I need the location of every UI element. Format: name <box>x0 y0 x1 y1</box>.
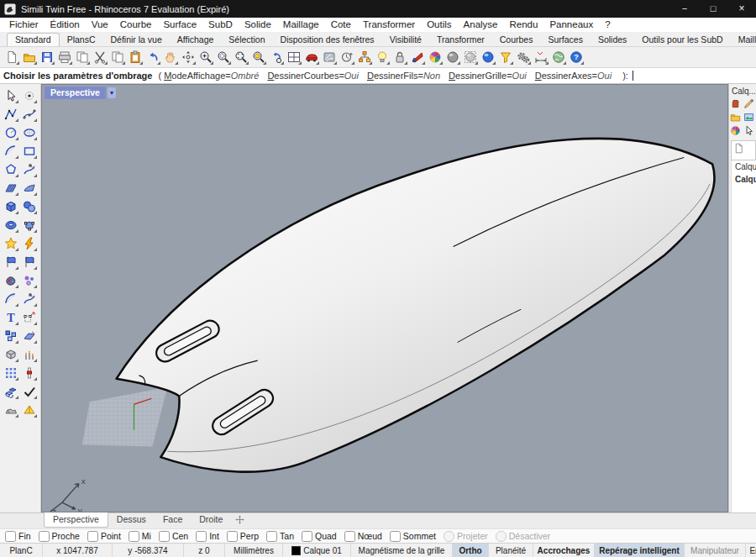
osnap-tan[interactable]: Tan <box>266 531 294 542</box>
car-icon[interactable] <box>303 49 320 66</box>
checkbox-tan[interactable] <box>266 531 277 542</box>
web-globe-icon[interactable] <box>550 49 567 66</box>
osnap-mi[interactable]: Mi <box>129 531 151 542</box>
osnap-int[interactable]: Int <box>196 531 219 542</box>
undo-view-change-icon[interactable] <box>268 49 285 66</box>
arc-icon[interactable] <box>3 143 19 160</box>
single-point-icon[interactable] <box>21 87 38 104</box>
polygon-icon[interactable] <box>3 161 19 178</box>
print-icon[interactable] <box>56 49 73 66</box>
open-file-icon[interactable] <box>21 49 38 66</box>
toolbar-tab-courbes[interactable]: Courbes <box>492 34 541 46</box>
blend-curve-icon[interactable] <box>21 291 38 307</box>
viewport-menu-chevron-icon[interactable]: ▾ <box>108 87 116 98</box>
pipe-icon[interactable] <box>21 365 38 381</box>
maximize-icon[interactable]: □ <box>699 0 727 18</box>
command-line[interactable]: Choisir les paramètres d'ombrage ( ModeA… <box>0 68 756 84</box>
cut-icon[interactable] <box>92 49 108 66</box>
select-cursor-icon[interactable] <box>3 87 19 104</box>
zoom-dynamic-icon[interactable] <box>233 49 249 66</box>
pyramid-icon[interactable] <box>21 402 38 418</box>
circle-icon[interactable] <box>3 124 19 141</box>
solid-spheres-icon[interactable] <box>21 198 38 215</box>
close-icon[interactable]: × <box>727 0 756 18</box>
rotate-view-icon[interactable] <box>180 49 197 66</box>
plane-icon[interactable] <box>21 328 38 344</box>
status-accrochages[interactable]: Accrochages <box>533 544 595 557</box>
menu-analyse[interactable]: Analyse <box>458 18 504 32</box>
command-option-modeaffichage[interactable]: ModeAffichage=Ombré <box>164 71 259 81</box>
menu-cote[interactable]: Cote <box>325 18 357 32</box>
blob-points-icon[interactable] <box>3 272 19 289</box>
viewport-tab-droite[interactable]: Droite <box>191 513 231 527</box>
zoom-window-icon[interactable] <box>215 49 232 66</box>
osnap-point[interactable]: Point <box>87 531 121 542</box>
osnap-fin[interactable]: Fin <box>5 531 31 542</box>
document-icon[interactable] <box>733 143 745 155</box>
paste-icon[interactable] <box>127 49 144 66</box>
viewport-tab-face[interactable]: Face <box>155 513 191 527</box>
solid-edit-icon[interactable] <box>21 217 38 234</box>
menu-panneaux[interactable]: Panneaux <box>543 18 599 32</box>
group-squares-icon[interactable] <box>3 328 19 344</box>
surface-loft-icon[interactable] <box>21 180 38 197</box>
osnap-quad[interactable]: Quad <box>302 531 337 542</box>
flag-a-icon[interactable] <box>3 254 19 271</box>
surface-from-points-icon[interactable] <box>3 180 19 197</box>
checkbox-sommet[interactable] <box>390 531 401 542</box>
viewport-tab-perspective[interactable]: Perspective <box>44 512 108 528</box>
command-option-dessinerfils[interactable]: DessinerFils=Non <box>367 71 440 81</box>
checkbox-quad[interactable] <box>302 531 312 542</box>
move-control-points-icon[interactable] <box>21 309 38 326</box>
command-option-dessinercourbes[interactable]: DessinerCourbes=Oui <box>267 71 359 81</box>
extrude-icon[interactable] <box>21 346 38 363</box>
folder-icon[interactable] <box>730 112 742 123</box>
toolbar-tab-surfaces[interactable]: Surfaces <box>540 34 590 46</box>
toolbar-tab-plansc[interactable]: PlansC <box>60 34 103 46</box>
copy-icon[interactable] <box>109 49 126 66</box>
explode-icon[interactable] <box>3 235 19 252</box>
menu-solide[interactable]: Solide <box>239 18 277 32</box>
lock-icon[interactable] <box>391 49 408 66</box>
grid-points-icon[interactable] <box>3 365 19 381</box>
toolbar-tab-solides[interactable]: Solides <box>591 34 634 46</box>
boolean-rocks-icon[interactable] <box>3 402 19 418</box>
check-icon[interactable] <box>21 383 38 400</box>
ghosted-sphere-icon[interactable] <box>462 49 479 66</box>
new-document-icon[interactable] <box>3 49 20 66</box>
zoom-extents-icon[interactable] <box>250 49 267 66</box>
fillet-curve-icon[interactable] <box>3 291 19 307</box>
menu-vue[interactable]: Vue <box>86 18 114 32</box>
toolbar-tab-definir-la-vue[interactable]: Définir la vue <box>102 34 169 46</box>
osnap-cen[interactable]: Cen <box>159 531 188 542</box>
menu-transformer[interactable]: Transformer <box>357 18 421 32</box>
toolbar-tab-outils-pour-les-subd[interactable]: Outils pour les SubD <box>634 34 730 46</box>
layer-row[interactable]: Calqu <box>732 160 756 173</box>
command-option-dessinergrille[interactable]: DessinerGrille=Oui <box>449 71 527 81</box>
help-icon[interactable]: ? <box>568 49 585 66</box>
rectangle-icon[interactable] <box>21 143 38 160</box>
osnap-n-ud[interactable]: Nœud <box>344 531 382 542</box>
history-icon[interactable] <box>339 49 355 66</box>
status-ortho[interactable]: Ortho <box>453 544 489 557</box>
osnap-sommet[interactable]: Sommet <box>390 531 436 542</box>
photo-icon[interactable] <box>743 112 755 123</box>
toolbar-tab-affichage[interactable]: Affichage <box>170 34 222 46</box>
layer-row[interactable]: Calqu <box>732 173 756 186</box>
viewport-canvas[interactable]: x y z <box>42 85 727 512</box>
color-wheel-icon[interactable] <box>730 125 742 137</box>
menu-surface[interactable]: Surface <box>157 18 202 32</box>
status-planeite[interactable]: Planéité <box>489 544 533 557</box>
menu-edition[interactable]: Édition <box>45 18 86 32</box>
menu-subd[interactable]: SubD <box>202 18 239 32</box>
checkbox-mi[interactable] <box>129 531 139 542</box>
viewport-tab-dessus[interactable]: Dessus <box>108 513 155 527</box>
zoom-in-icon[interactable] <box>197 49 214 66</box>
checkbox-fin[interactable] <box>5 531 16 542</box>
control-point-curve-icon[interactable] <box>21 106 38 123</box>
toolbar-tab-transformer[interactable]: Transformer <box>429 34 492 46</box>
menu-maillage[interactable]: Maillage <box>277 18 325 32</box>
pan-icon[interactable] <box>162 49 179 66</box>
undo-icon[interactable] <box>144 49 161 66</box>
menu-fichier[interactable]: Fichier <box>3 18 45 32</box>
